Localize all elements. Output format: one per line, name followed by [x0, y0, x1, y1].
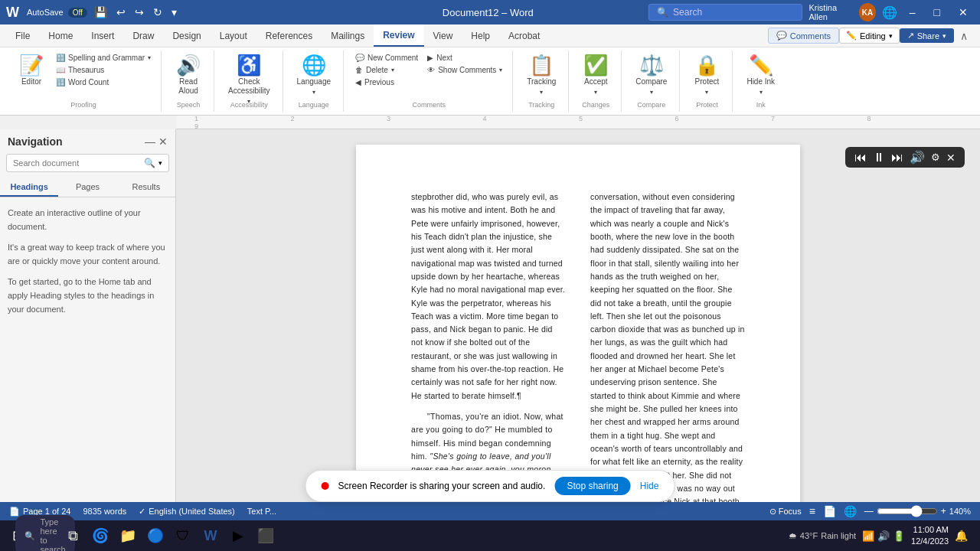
compare-icon: ⚖️ — [639, 55, 664, 75]
audio-close-button[interactable]: ✕ — [946, 152, 956, 164]
accept-icon: ✅ — [583, 55, 608, 75]
taskbar-clock[interactable]: 11:00 AM 12/4/2023 — [911, 524, 949, 548]
weather-desc: Rain light — [821, 531, 856, 540]
undo-button[interactable]: ↩ — [114, 6, 128, 18]
taskbar-search-icon: 🔍 — [24, 531, 35, 541]
show-comments-button[interactable]: 👁 Show Comments ▾ — [423, 64, 506, 76]
comments-main-col: 💬 New Comment 🗑 Delete ▾ ◀ Previous — [351, 52, 422, 100]
layout-view-button[interactable]: ≡ — [809, 505, 815, 517]
check-accessibility-button[interactable]: ♿ CheckAccessibility ▾ — [222, 52, 276, 108]
nav-search-box[interactable]: 🔍 ▾ — [6, 154, 169, 172]
protect-button[interactable]: 🔒 Protect ▾ — [688, 52, 726, 99]
nav-collapse-button[interactable]: — — [145, 135, 155, 148]
quick-access-dropdown[interactable]: ▾ — [169, 6, 179, 18]
word-count[interactable]: 9835 words — [83, 507, 126, 516]
avatar[interactable]: KA — [859, 3, 876, 21]
zoom-slider[interactable]: — + 140% — [864, 505, 971, 517]
tab-home[interactable]: Home — [39, 24, 82, 47]
nav-tab-headings[interactable]: Headings — [0, 178, 58, 197]
document-title: Document12 – Word — [443, 7, 534, 18]
editing-button[interactable]: ✏️ Editing ▾ — [839, 28, 900, 44]
zoom-in-icon[interactable]: + — [941, 506, 946, 517]
ribbon-group-proofing: 📝 Editor 🔡 Spelling and Grammar ▾ 📖 Thes… — [6, 51, 162, 112]
autosave-toggle[interactable]: Off — [68, 8, 87, 18]
minimize-button[interactable]: – — [903, 5, 922, 20]
focus-button[interactable]: ⊙ Focus — [769, 507, 802, 517]
taskbar-task-view[interactable]: ⧉ — [60, 523, 85, 548]
previous-comment-button[interactable]: ◀ Previous — [351, 77, 422, 88]
audio-rewind-button[interactable]: ⏮ — [854, 151, 867, 165]
thesaurus-button[interactable]: 📖 Thesaurus — [52, 64, 155, 76]
wordcount-button[interactable]: 🔢 Word Count — [52, 77, 155, 88]
tab-help[interactable]: Help — [462, 24, 499, 47]
ink-group-label: Ink — [756, 101, 766, 109]
taskbar-search[interactable]: 🔍 Type here to search — [33, 523, 57, 548]
tab-insert[interactable]: Insert — [82, 24, 123, 47]
accessibility-group-label: Accessibility — [230, 101, 268, 109]
hide-share-button[interactable]: Hide — [640, 481, 659, 491]
doc-right-para-1: conversation, without even considering t… — [590, 191, 745, 518]
tab-review[interactable]: Review — [374, 24, 423, 47]
comments-button[interactable]: 💬 Comments — [768, 28, 839, 44]
document-area[interactable]: stepbrother did, who was purely evil, as… — [176, 129, 980, 518]
tab-view[interactable]: View — [424, 24, 462, 47]
share-button[interactable]: ↗ Share ▾ — [900, 28, 954, 43]
redo-button[interactable]: ↪ — [132, 6, 146, 18]
next-comment-button[interactable]: ▶ Next — [423, 52, 506, 64]
nav-search-input[interactable] — [13, 158, 141, 168]
tab-mailings[interactable]: Mailings — [322, 24, 374, 47]
taskbar-chrome[interactable]: 🔵 — [143, 523, 168, 548]
taskbar-edge[interactable]: 🌀 — [88, 523, 113, 548]
taskbar-word[interactable]: W — [198, 523, 223, 548]
accept-button[interactable]: ✅ Accept ▾ — [577, 52, 615, 99]
proofing-col: 🔡 Spelling and Grammar ▾ 📖 Thesaurus 🔢 W… — [52, 52, 155, 100]
title-search-box[interactable]: 🔍 Search — [648, 4, 802, 21]
tab-file[interactable]: File — [6, 24, 39, 47]
tab-draw[interactable]: Draw — [123, 24, 163, 47]
tab-layout[interactable]: Layout — [211, 24, 256, 47]
accessibility-icon: ♿ — [237, 55, 261, 75]
tracking-button[interactable]: 📋 Tracking ▾ — [521, 52, 562, 99]
taskbar-media[interactable]: ▶ — [226, 523, 250, 548]
comments-label: Comments — [790, 31, 831, 41]
nav-tab-pages[interactable]: Pages — [58, 178, 116, 197]
language-button[interactable]: 🌐 Language ▾ — [291, 52, 338, 99]
new-comment-button[interactable]: 💬 New Comment — [351, 52, 422, 64]
system-tray[interactable]: 📶 🔊 🔋 — [862, 530, 905, 542]
audio-pause-button[interactable]: ⏸ — [873, 151, 885, 165]
avatar-initials: KA — [862, 8, 873, 17]
read-aloud-button[interactable]: 🔊 ReadAloud — [169, 52, 207, 99]
word-count-label: 9835 words — [83, 507, 126, 516]
taskbar-terminal[interactable]: ⬛ — [253, 523, 278, 548]
editor-button[interactable]: 📝 Editor — [12, 52, 51, 90]
taskbar-file-explorer[interactable]: 📁 — [116, 523, 140, 548]
zoom-range[interactable] — [877, 505, 938, 517]
delete-comment-button[interactable]: 🗑 Delete ▾ — [351, 64, 422, 76]
notification-icon[interactable]: 🔔 — [955, 530, 968, 542]
nav-search-dropdown-icon[interactable]: ▾ — [158, 159, 162, 167]
maximize-button[interactable]: □ — [928, 5, 946, 20]
zoom-out-icon[interactable]: — — [864, 506, 874, 517]
protect-icon: 🔒 — [694, 55, 719, 75]
print-layout-button[interactable]: 📄 — [823, 505, 836, 517]
compare-button[interactable]: ⚖️ Compare ▾ — [629, 52, 673, 99]
spelling-button[interactable]: 🔡 Spelling and Grammar ▾ — [52, 52, 155, 64]
stop-sharing-button[interactable]: Stop sharing — [554, 477, 630, 495]
nav-close-button[interactable]: ✕ — [158, 135, 168, 148]
ribbon-collapse-button[interactable]: ∧ — [954, 28, 974, 44]
close-button[interactable]: ✕ — [952, 5, 974, 20]
save-button[interactable]: 💾 — [92, 6, 109, 18]
nav-tab-results[interactable]: Results — [117, 178, 175, 197]
editor-label: Editor — [21, 77, 41, 86]
hide-ink-button[interactable]: ✏️ Hide Ink ▾ — [740, 52, 781, 99]
audio-settings-button[interactable]: ⚙ — [931, 152, 940, 163]
audio-volume-button[interactable]: 🔊 — [910, 150, 925, 165]
tab-acrobat[interactable]: Acrobat — [499, 24, 549, 47]
repeat-button[interactable]: ↻ — [151, 6, 165, 18]
audio-forward-button[interactable]: ⏭ — [891, 151, 903, 165]
tab-design[interactable]: Design — [163, 24, 210, 47]
taskbar-kaspersky[interactable]: 🛡 — [171, 523, 195, 548]
tab-references[interactable]: References — [256, 24, 322, 47]
web-layout-button[interactable]: 🌐 — [844, 505, 857, 517]
language-indicator[interactable]: ✓ English (United States) — [139, 507, 235, 517]
